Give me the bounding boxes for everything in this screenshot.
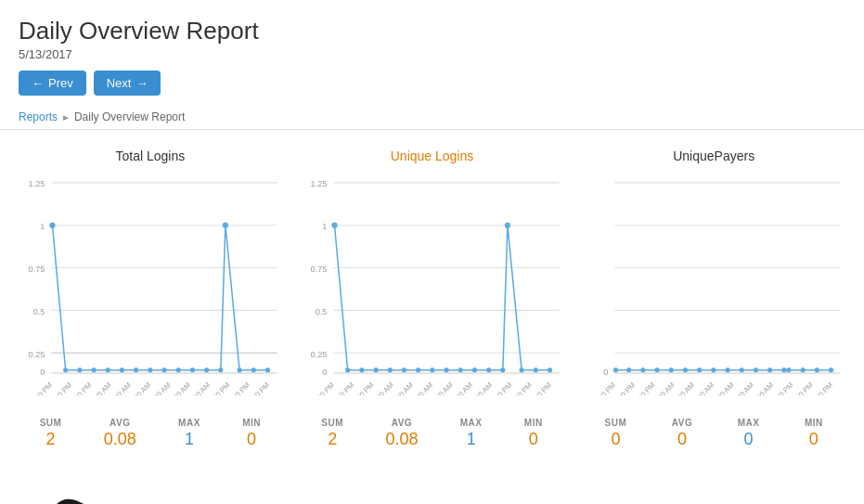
svg-point-18: [134, 368, 138, 372]
next-button[interactable]: Next →: [94, 71, 161, 96]
svg-text:0: 0: [40, 367, 45, 377]
svg-text:7:00 AM: 7:00 AM: [430, 381, 454, 395]
svg-point-105: [829, 368, 833, 372]
unique-payers-stats: SUM 0 AVG 0 MAX 0 MIN 0: [582, 412, 845, 449]
unique-payers-chart: 0 7:00 PM: [582, 173, 845, 395]
svg-text:0.75: 0.75: [29, 264, 45, 274]
unique-logins-svg: 1.25 1 0.75 0.5 0.25 0: [301, 173, 564, 395]
svg-point-99: [754, 368, 758, 372]
breadcrumb-current: Daily Overview Report: [74, 110, 185, 123]
svg-text:1.25: 1.25: [29, 178, 45, 188]
unique-payers-svg: 0 7:00 PM: [582, 173, 845, 395]
svg-text:5:00 PM: 5:00 PM: [810, 381, 834, 395]
svg-point-25: [223, 222, 228, 228]
stat-min: MIN 0: [242, 418, 261, 449]
svg-text:0.5: 0.5: [33, 305, 45, 316]
svg-text:9:00 AM: 9:00 AM: [450, 381, 474, 395]
svg-point-27: [251, 368, 256, 372]
page-header: Daily Overview Report 5/13/2017 ← Prev N…: [0, 0, 864, 105]
unique-logins-section: Unique Logins 1.25 1 0.75 0.5 0.25 0: [291, 149, 574, 449]
svg-point-26: [238, 368, 242, 372]
svg-text:9:00 PM: 9:00 PM: [331, 381, 355, 395]
svg-point-13: [63, 368, 68, 372]
total-logins-section: Total Logins 1.25 1 0.75 0.5 0.25 0: [9, 149, 291, 449]
stat-max: MAX 1: [460, 418, 483, 449]
total-logins-title: Total Logins: [19, 149, 282, 163]
svg-point-56: [373, 368, 378, 372]
svg-point-92: [655, 368, 660, 372]
unique-payers-section: UniquePayers 0: [573, 149, 855, 449]
stat-avg: AVG 0.08: [385, 418, 418, 449]
svg-text:0: 0: [322, 367, 327, 377]
svg-point-20: [161, 368, 166, 372]
stat-sum: SUM 2: [321, 418, 343, 449]
svg-text:0.5: 0.5: [315, 305, 327, 316]
unique-logins-chart: 1.25 1 0.75 0.5 0.25 0: [301, 173, 564, 395]
svg-text:1: 1: [322, 221, 327, 231]
breadcrumb-parent-link[interactable]: Reports: [19, 110, 58, 123]
prev-button[interactable]: ← Prev: [19, 71, 86, 96]
svg-text:1.25: 1.25: [310, 178, 327, 188]
prev-label: Prev: [48, 76, 73, 90]
svg-point-57: [387, 368, 392, 372]
svg-text:3:00 PM: 3:00 PM: [509, 381, 533, 395]
svg-point-62: [458, 368, 462, 372]
svg-point-63: [472, 368, 477, 372]
svg-text:9:00 AM: 9:00 AM: [731, 381, 755, 395]
svg-text:3:00 AM: 3:00 AM: [672, 381, 696, 395]
svg-point-28: [265, 368, 270, 372]
unique-logins-title: Unique Logins: [301, 149, 564, 163]
svg-text:5:00 PM: 5:00 PM: [528, 381, 552, 395]
svg-point-24: [218, 368, 223, 372]
svg-text:7:00 PM: 7:00 PM: [593, 381, 617, 395]
svg-text:5:00 AM: 5:00 AM: [410, 381, 434, 395]
svg-point-67: [519, 368, 523, 372]
stat-sum: SUM 0: [605, 418, 627, 449]
svg-point-68: [533, 368, 537, 372]
svg-text:1: 1: [40, 221, 45, 231]
bottom-wave: [0, 477, 864, 504]
svg-point-90: [626, 368, 631, 372]
svg-text:0.25: 0.25: [310, 348, 327, 358]
svg-point-98: [740, 368, 744, 372]
svg-point-55: [359, 368, 364, 372]
nav-buttons: ← Prev Next →: [19, 71, 845, 96]
svg-point-23: [204, 368, 209, 372]
svg-text:1:00 PM: 1:00 PM: [207, 381, 231, 395]
svg-text:7:00 AM: 7:00 AM: [148, 381, 173, 395]
stat-min: MIN 0: [805, 418, 823, 449]
unique-payers-title: UniquePayers: [582, 149, 845, 163]
svg-text:7:00 AM: 7:00 AM: [712, 381, 736, 395]
breadcrumb-separator: ►: [61, 112, 71, 123]
svg-text:5:00 PM: 5:00 PM: [247, 381, 271, 395]
svg-point-12: [49, 222, 55, 228]
svg-text:0.75: 0.75: [310, 264, 327, 274]
svg-text:9:00 PM: 9:00 PM: [613, 381, 637, 395]
svg-text:5:00 AM: 5:00 AM: [128, 381, 152, 395]
svg-text:3:00 AM: 3:00 AM: [391, 381, 415, 395]
total-logins-chart: 1.25 1 0.75 0.5 0.25 0: [19, 173, 282, 395]
stat-max: MAX 1: [178, 418, 200, 449]
svg-point-21: [176, 368, 181, 372]
svg-text:7:00 PM: 7:00 PM: [311, 381, 335, 395]
svg-text:0: 0: [604, 367, 609, 377]
svg-point-96: [712, 368, 716, 372]
svg-point-53: [331, 222, 337, 228]
svg-point-61: [444, 368, 448, 372]
total-logins-stats: SUM 2 AVG 0.08 MAX 1 MIN 0: [19, 412, 282, 449]
charts-container: Total Logins 1.25 1 0.75 0.5 0.25 0: [0, 139, 864, 449]
stat-min: MIN 0: [524, 418, 543, 449]
svg-text:9:00 AM: 9:00 AM: [168, 381, 192, 395]
svg-text:3:00 PM: 3:00 PM: [791, 381, 815, 395]
svg-point-19: [148, 368, 152, 372]
svg-point-66: [505, 222, 510, 228]
page-date: 5/13/2017: [19, 47, 845, 61]
svg-point-59: [416, 368, 420, 372]
svg-point-102: [787, 368, 792, 372]
prev-arrow-icon: ←: [32, 76, 44, 90]
svg-text:3:00 AM: 3:00 AM: [109, 381, 133, 395]
wave-svg: [0, 477, 864, 504]
svg-point-58: [402, 368, 406, 372]
svg-point-60: [430, 368, 434, 372]
svg-point-103: [801, 368, 806, 372]
